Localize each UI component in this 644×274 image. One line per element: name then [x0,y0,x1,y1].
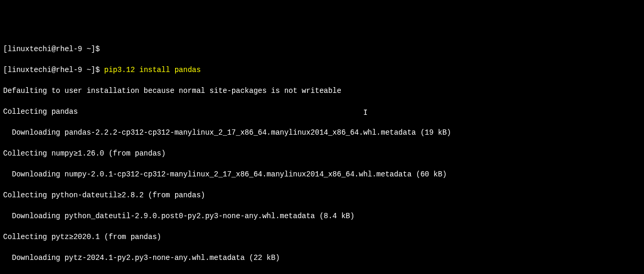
prompt-user: linuxtechi [7,45,51,53]
prompt-line-2[interactable]: [linuxtechi@rhel-9 ~]$ pip3.12 install p… [3,65,641,75]
prompt-host: rhel-9 [56,45,82,53]
output-line: Collecting python-dateutil≥2.8.2 (from p… [3,190,641,200]
text-cursor-icon: I [78,108,368,118]
prompt-path: ~ [87,66,91,74]
output-line: Collecting numpy≥1.26.0 (from pandas) [3,148,641,159]
command-input: pip3.12 install pandas [104,66,201,74]
output-line: Downloading numpy-2.0.1-cp312-cp312-many… [3,169,641,180]
output-line: Collecting pytz≥2020.1 (from pandas) [3,232,641,242]
prompt-path: ~ [87,45,91,53]
prompt-host: rhel-9 [56,66,82,74]
output-line: Collecting pandas I [3,106,641,117]
output-line: Downloading python_dateutil-2.9.0.post0-… [3,211,641,221]
prompt-user: linuxtechi [7,66,51,74]
prompt-symbol: $ [95,66,99,74]
prompt-symbol: $ [95,45,99,53]
prompt-line-1: [linuxtechi@rhel-9 ~]$ [3,44,641,54]
output-line: Downloading pytz-2024.1-py2.py3-none-any… [3,253,641,263]
output-line: Downloading pandas-2.2.2-cp312-cp312-man… [3,127,641,138]
output-line: Defaulting to user installation because … [3,86,641,96]
